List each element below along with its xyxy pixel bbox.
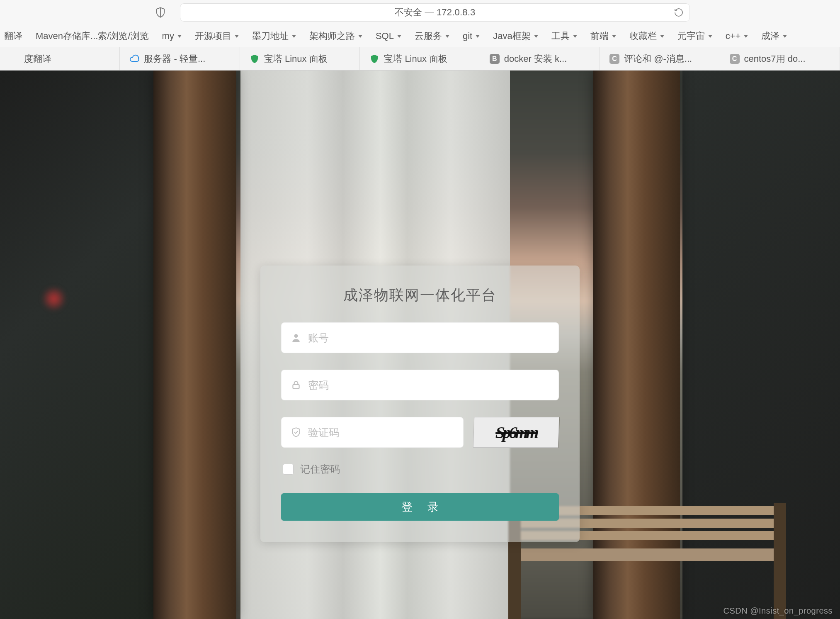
tab-label: docker 安装 k...: [504, 53, 567, 65]
chevron-down-icon: [235, 35, 239, 38]
tab-label: 宝塔 Linux 面板: [264, 53, 328, 65]
browser-tab[interactable]: 服务器 - 轻量...: [120, 47, 240, 70]
username-input[interactable]: [308, 332, 549, 344]
shield-icon: [249, 54, 260, 64]
chevron-down-icon: [476, 35, 480, 38]
bookmark-label: 收藏栏: [629, 30, 657, 42]
chevron-down-icon: [660, 35, 664, 38]
bookmark-item[interactable]: SQL: [376, 31, 401, 41]
bookmark-item[interactable]: 翻译: [4, 30, 22, 42]
browser-tab[interactable]: Ccentos7用 do...: [720, 47, 840, 70]
bookmark-label: 工具: [551, 30, 570, 42]
refresh-icon[interactable]: [674, 7, 684, 17]
browser-tab[interactable]: 宝塔 Linux 面板: [360, 47, 480, 70]
page-content: 成泽物联网一体化平台 Sp6mm 记住密码: [0, 71, 840, 619]
chevron-down-icon: [358, 35, 362, 38]
bookmark-label: c++: [726, 31, 741, 41]
bookmark-item[interactable]: 开源项目: [195, 30, 239, 42]
svg-rect-1: [293, 385, 299, 389]
chevron-down-icon: [445, 35, 449, 38]
bookmark-label: 前端: [590, 30, 609, 42]
captcha-row: Sp6mm: [281, 417, 559, 448]
chevron-down-icon: [708, 35, 712, 38]
bookmark-item[interactable]: 前端: [590, 30, 616, 42]
bookmark-item[interactable]: 工具: [551, 30, 577, 42]
address-bar[interactable]: 不安全 — 172.0.8.3: [180, 3, 690, 22]
chevron-down-icon: [292, 35, 296, 38]
svg-point-0: [294, 334, 298, 338]
chevron-down-icon: [397, 35, 401, 38]
cloud-icon: [129, 54, 140, 64]
bookmark-item[interactable]: 墨刀地址: [252, 30, 296, 42]
browser-tab[interactable]: Bdocker 安装 k...: [480, 47, 600, 70]
shield-icon: [369, 54, 380, 64]
tab-label: 评论和 @-消息...: [624, 53, 692, 65]
site-b-icon: B: [489, 54, 500, 64]
chevron-down-icon: [783, 35, 787, 38]
tab-label: 度翻译: [24, 53, 51, 65]
bookmark-label: 墨刀地址: [252, 30, 289, 42]
chevron-down-icon: [744, 35, 748, 38]
login-title: 成泽物联网一体化平台: [281, 285, 559, 305]
browser-tab[interactable]: 度翻译: [0, 47, 120, 70]
bookmark-bar: 翻译Maven存储库...索/浏览/浏览my开源项目墨刀地址架构师之路SQL云服…: [0, 25, 840, 47]
bookmark-item[interactable]: 成泽: [761, 30, 787, 42]
bookmark-item[interactable]: git: [463, 31, 480, 41]
bookmark-label: Maven存储库...索/浏览/浏览: [36, 30, 149, 42]
site-c-icon: C: [729, 54, 740, 64]
background-dark-left: [0, 71, 153, 619]
tab-row: 度翻译服务器 - 轻量...宝塔 Linux 面板宝塔 Linux 面板Bdoc…: [0, 47, 840, 71]
bookmark-item[interactable]: 收藏栏: [629, 30, 664, 42]
remember-label: 记住密码: [300, 463, 340, 476]
remember-row: 记住密码: [281, 463, 559, 476]
captcha-image[interactable]: Sp6mm: [473, 417, 560, 448]
bookmark-label: git: [463, 31, 472, 41]
lock-icon: [291, 380, 301, 390]
password-input[interactable]: [308, 379, 549, 391]
background-light: [41, 286, 66, 311]
remember-checkbox[interactable]: [283, 464, 294, 475]
verify-icon: [291, 427, 301, 438]
chevron-down-icon: [612, 35, 616, 38]
tab-label: 服务器 - 轻量...: [144, 53, 205, 65]
browser-tab[interactable]: 宝塔 Linux 面板: [240, 47, 360, 70]
tab-label: 宝塔 Linux 面板: [384, 53, 447, 65]
bookmark-label: 开源项目: [195, 30, 231, 42]
login-button[interactable]: 登 录: [281, 493, 559, 521]
bookmark-label: 翻译: [4, 30, 22, 42]
site-c-icon: C: [609, 54, 620, 64]
address-text: 不安全 — 172.0.8.3: [395, 6, 476, 19]
chevron-down-icon: [534, 35, 538, 38]
captcha-field: [281, 417, 464, 448]
password-field: [281, 370, 559, 400]
watermark: CSDN @Insist_on_progress: [723, 606, 833, 616]
tracking-shield-icon[interactable]: [153, 5, 168, 19]
bookmark-label: 架构师之路: [309, 30, 355, 42]
chevron-down-icon: [573, 35, 577, 38]
browser-address-row: 不安全 — 172.0.8.3: [0, 0, 840, 25]
bookmark-label: 成泽: [761, 30, 779, 42]
bookmark-item[interactable]: c++: [726, 31, 748, 41]
browser-tab[interactable]: C评论和 @-消息...: [600, 47, 720, 70]
bookmark-item[interactable]: 云服务: [415, 30, 449, 42]
bookmark-label: Java框架: [493, 30, 530, 42]
username-field: [281, 322, 559, 353]
bookmark-item[interactable]: Maven存储库...索/浏览/浏览: [36, 30, 149, 42]
bookmark-item[interactable]: my: [162, 31, 182, 41]
bookmark-item[interactable]: 元宇宙: [677, 30, 712, 42]
bookmark-label: 云服务: [415, 30, 442, 42]
bookmark-label: my: [162, 31, 174, 41]
bookmark-item[interactable]: 架构师之路: [309, 30, 362, 42]
captcha-input[interactable]: [308, 426, 454, 439]
bookmark-item[interactable]: Java框架: [493, 30, 538, 42]
tab-label: centos7用 do...: [744, 53, 806, 65]
bookmark-label: 元宇宙: [677, 30, 705, 42]
chevron-down-icon: [177, 35, 182, 38]
user-icon: [291, 332, 301, 343]
background-pillar-left: [153, 71, 236, 619]
bookmark-label: SQL: [376, 31, 394, 41]
blank-icon: [9, 54, 20, 64]
login-card: 成泽物联网一体化平台 Sp6mm 记住密码: [260, 266, 580, 542]
